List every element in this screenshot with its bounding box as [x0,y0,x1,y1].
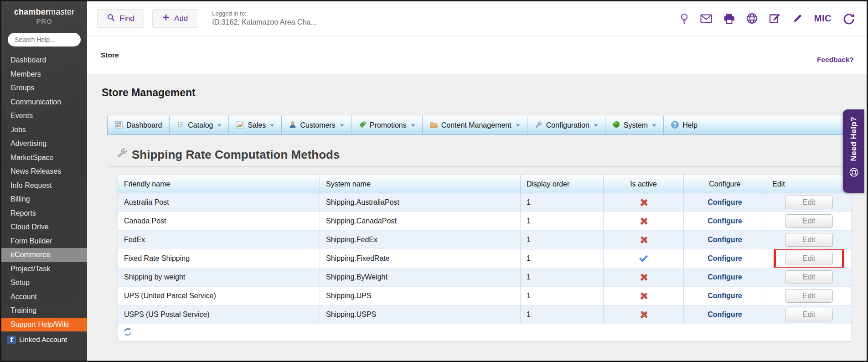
configure-cell: Configure [684,287,766,305]
wrench-icon [535,121,542,130]
configure-cell: Configure [684,249,766,268]
menubar-item-promotions[interactable]: Promotions [351,116,423,134]
edit-button[interactable]: Edit [785,270,833,284]
configure-link[interactable]: Configure [708,310,742,319]
system-name-cell: Shipping.FixedRate [320,249,521,268]
menubar-item-customers[interactable]: Customers [282,116,351,134]
configure-link[interactable]: Configure [708,217,742,225]
column-header-system-name[interactable]: System name [320,175,521,193]
add-button[interactable]: Add [152,9,197,28]
display-order-cell: 1 [521,249,604,268]
sidebar-item-events[interactable]: Events [1,109,87,123]
edit-button[interactable]: Edit [785,233,833,247]
find-button[interactable]: Find [97,9,144,28]
edit-button[interactable]: Edit [785,289,833,303]
mic-text[interactable]: MIC [814,13,832,24]
table-refresh-button[interactable] [118,324,137,341]
sidebar-item-form-builder[interactable]: Form Builder [1,234,87,248]
column-header-edit[interactable]: Edit [766,175,852,193]
plus-icon [162,13,170,24]
sidebar-item-training[interactable]: Training [1,304,87,318]
sidebar-item-account[interactable]: Account [1,290,87,304]
inactive-x-icon [640,292,648,300]
edit-button[interactable]: Edit [785,308,833,321]
sidebar-item-info-request[interactable]: Info Request [1,179,87,193]
linked-account-label: Linked Account [19,336,67,344]
sidebar-item-communication[interactable]: Communication [1,95,87,109]
menubar-item-configuration[interactable]: Configuration [527,116,605,134]
sidebar-item-advertising[interactable]: Advertising [1,137,87,151]
sidebar-item-billing[interactable]: Billing [1,192,87,207]
edit-cell: Edit [766,268,852,286]
configure-link[interactable]: Configure [708,236,742,244]
mail-icon[interactable] [700,14,712,23]
edit-button-frame: Edit [774,268,844,286]
sidebar-item-support-help-wiki[interactable]: Support Help/Wiki [1,318,87,332]
print-icon[interactable] [723,13,735,24]
inactive-x-icon [640,236,648,244]
menubar-label: Customers [300,121,335,129]
sidebar-item-project-task[interactable]: Project/Task [1,262,87,276]
edit-button[interactable]: Edit [785,214,833,228]
table-header-row: Friendly name System name Display order … [118,175,852,193]
configure-link[interactable]: Configure [708,198,742,207]
refresh-icon[interactable] [843,13,855,25]
menubar-item-help[interactable]: ? Help [664,116,705,134]
is-active-cell [604,212,684,230]
inactive-x-icon [640,217,648,225]
inactive-x-icon [640,198,648,207]
column-header-configure[interactable]: Configure [684,175,766,193]
menubar-label: Help [682,121,698,129]
logged-in-value: ID:3162, Kalamazoo Area Cha... [212,18,316,27]
sidebar-menu: Dashboard Members Groups Communication E… [1,53,87,348]
sidebar-item-reports[interactable]: Reports [1,207,87,221]
edit-button[interactable]: Edit [785,196,833,209]
edit-cell: Edit [766,305,852,324]
column-header-is-active[interactable]: Is active [604,175,684,193]
sidebar-item-setup[interactable]: Setup [1,276,87,290]
sidebar-item-members[interactable]: Members [1,67,87,82]
menubar-item-system[interactable]: System [605,116,664,134]
sidebar-item-linked-account[interactable]: f Linked Account [1,331,87,348]
table-row: UPS (United Parcel Service) Shipping.UPS… [118,287,852,305]
sidebar-item-jobs[interactable]: Jobs [1,123,87,137]
menubar-item-content-management[interactable]: Content Management [423,116,527,134]
configure-link[interactable]: Configure [708,254,742,263]
configure-link[interactable]: Configure [708,292,742,300]
friendly-name-cell: FedEx [118,231,320,249]
sidebar-item-marketspace[interactable]: MarketSpace [1,151,87,165]
compose-icon[interactable] [769,13,780,24]
store-menubar: Dashboard Catalog Sales Customers Promot… [107,116,844,135]
chevron-down-icon [594,124,598,127]
table-footer [118,324,852,341]
need-help-tab[interactable]: Need Help? [843,109,864,193]
menubar-item-catalog[interactable]: Catalog [170,116,229,134]
sidebar-item-news-releases[interactable]: News Releases [1,165,87,179]
menubar-label: Promotions [370,121,407,129]
menubar-item-dashboard[interactable]: Dashboard [108,116,170,134]
lightbulb-icon[interactable] [680,13,689,25]
menubar-item-sales[interactable]: Sales [229,116,282,134]
chevron-down-icon [217,124,221,127]
column-header-friendly-name[interactable]: Friendly name [118,175,320,193]
sales-chart-icon [236,121,244,130]
sidebar-item-ecommerce[interactable]: eCommerce [1,248,87,262]
search-help-input[interactable] [8,33,81,47]
sidebar-item-groups[interactable]: Groups [1,81,87,95]
configure-link[interactable]: Configure [708,273,742,281]
friendly-name-cell: Fixed Rate Shipping [118,249,320,268]
sidebar-item-cloud-drive[interactable]: Cloud Drive [1,220,87,234]
system-name-cell: Shipping.FedEx [320,231,521,249]
friendly-name-cell: Canada Post [118,212,320,230]
table-body: Australia Post Shipping.AustraliaPost 1 … [118,193,852,324]
feedback-link[interactable]: Feedback? [817,56,854,64]
menubar-label: Catalog [188,121,213,129]
refresh-icon [123,327,132,338]
sidebar-item-dashboard[interactable]: Dashboard [1,53,87,67]
inactive-x-icon [640,310,648,319]
edit-button[interactable]: Edit [785,252,833,265]
globe-icon[interactable] [746,13,758,24]
configure-cell: Configure [684,268,766,286]
column-header-display-order[interactable]: Display order [521,175,604,193]
pencil-icon[interactable] [792,13,803,24]
